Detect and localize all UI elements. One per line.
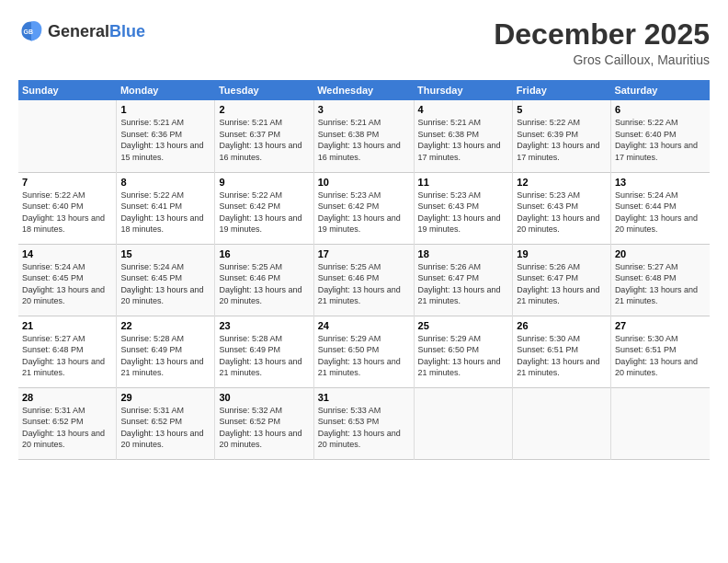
- calendar-cell: 21Sunrise: 5:27 AM Sunset: 6:48 PM Dayli…: [18, 316, 117, 387]
- calendar-cell: 6Sunrise: 5:22 AM Sunset: 6:40 PM Daylig…: [610, 100, 710, 172]
- calendar-cell: 18Sunrise: 5:26 AM Sunset: 6:47 PM Dayli…: [414, 244, 513, 316]
- day-number: 25: [418, 320, 509, 331]
- day-number: 23: [219, 320, 309, 331]
- calendar-cell: [414, 387, 513, 459]
- day-number: 1: [120, 104, 210, 115]
- day-detail: Sunrise: 5:30 AM Sunset: 6:51 PM Dayligh…: [615, 333, 706, 379]
- calendar-cell: 24Sunrise: 5:29 AM Sunset: 6:50 PM Dayli…: [313, 316, 414, 387]
- calendar-cell: [18, 100, 117, 172]
- day-number: 2: [219, 104, 309, 115]
- day-detail: Sunrise: 5:21 AM Sunset: 6:38 PM Dayligh…: [318, 117, 410, 163]
- weekday-header: Monday: [117, 80, 215, 100]
- day-detail: Sunrise: 5:25 AM Sunset: 6:46 PM Dayligh…: [219, 261, 309, 307]
- calendar-cell: 10Sunrise: 5:23 AM Sunset: 6:42 PM Dayli…: [313, 172, 414, 244]
- day-detail: Sunrise: 5:28 AM Sunset: 6:49 PM Dayligh…: [219, 333, 309, 379]
- calendar-cell: 31Sunrise: 5:33 AM Sunset: 6:53 PM Dayli…: [313, 387, 414, 459]
- day-detail: Sunrise: 5:30 AM Sunset: 6:51 PM Dayligh…: [517, 333, 607, 379]
- day-detail: Sunrise: 5:22 AM Sunset: 6:42 PM Dayligh…: [219, 190, 309, 236]
- day-detail: Sunrise: 5:25 AM Sunset: 6:46 PM Dayligh…: [318, 261, 410, 307]
- title-block: December 2025 Gros Cailloux, Mauritius: [494, 18, 710, 67]
- weekday-header-row: SundayMondayTuesdayWednesdayThursdayFrid…: [18, 80, 710, 100]
- calendar-cell: [610, 387, 710, 459]
- calendar-cell: 17Sunrise: 5:25 AM Sunset: 6:46 PM Dayli…: [313, 244, 414, 316]
- day-number: 31: [318, 392, 410, 403]
- day-number: 5: [517, 104, 607, 115]
- header: GB GeneralBlue December 2025 Gros Caillo…: [18, 18, 710, 67]
- day-detail: Sunrise: 5:23 AM Sunset: 6:43 PM Dayligh…: [517, 190, 607, 236]
- calendar-week-row: 7Sunrise: 5:22 AM Sunset: 6:40 PM Daylig…: [18, 172, 710, 244]
- day-number: 9: [219, 177, 309, 188]
- day-number: 28: [22, 392, 112, 403]
- page-container: GB GeneralBlue December 2025 Gros Caillo…: [0, 0, 728, 469]
- day-detail: Sunrise: 5:24 AM Sunset: 6:45 PM Dayligh…: [120, 261, 210, 307]
- day-detail: Sunrise: 5:28 AM Sunset: 6:49 PM Dayligh…: [120, 333, 210, 379]
- calendar-cell: 2Sunrise: 5:21 AM Sunset: 6:37 PM Daylig…: [215, 100, 313, 172]
- day-number: 4: [418, 104, 509, 115]
- logo-general: General: [48, 22, 109, 40]
- calendar-cell: 13Sunrise: 5:24 AM Sunset: 6:44 PM Dayli…: [610, 172, 710, 244]
- day-number: 12: [517, 177, 607, 188]
- calendar-cell: 26Sunrise: 5:30 AM Sunset: 6:51 PM Dayli…: [513, 316, 611, 387]
- calendar-cell: 25Sunrise: 5:29 AM Sunset: 6:50 PM Dayli…: [414, 316, 513, 387]
- day-detail: Sunrise: 5:21 AM Sunset: 6:36 PM Dayligh…: [120, 117, 210, 163]
- calendar-cell: 29Sunrise: 5:31 AM Sunset: 6:52 PM Dayli…: [117, 387, 215, 459]
- calendar-cell: [513, 387, 611, 459]
- calendar-cell: 22Sunrise: 5:28 AM Sunset: 6:49 PM Dayli…: [117, 316, 215, 387]
- calendar-cell: 14Sunrise: 5:24 AM Sunset: 6:45 PM Dayli…: [18, 244, 117, 316]
- calendar-cell: 4Sunrise: 5:21 AM Sunset: 6:38 PM Daylig…: [414, 100, 513, 172]
- day-detail: Sunrise: 5:22 AM Sunset: 6:40 PM Dayligh…: [615, 117, 706, 163]
- day-number: 21: [22, 320, 112, 331]
- calendar-week-row: 21Sunrise: 5:27 AM Sunset: 6:48 PM Dayli…: [18, 316, 710, 387]
- day-number: 16: [219, 248, 309, 259]
- calendar-cell: 8Sunrise: 5:22 AM Sunset: 6:41 PM Daylig…: [117, 172, 215, 244]
- logo-icon: GB: [18, 18, 44, 44]
- day-number: 13: [615, 177, 706, 188]
- day-detail: Sunrise: 5:27 AM Sunset: 6:48 PM Dayligh…: [615, 261, 706, 307]
- calendar-week-row: 28Sunrise: 5:31 AM Sunset: 6:52 PM Dayli…: [18, 387, 710, 459]
- day-number: 20: [615, 248, 706, 259]
- day-detail: Sunrise: 5:24 AM Sunset: 6:44 PM Dayligh…: [615, 190, 706, 236]
- day-number: 24: [318, 320, 410, 331]
- day-number: 29: [120, 392, 210, 403]
- svg-text:GB: GB: [24, 29, 33, 35]
- day-detail: Sunrise: 5:22 AM Sunset: 6:39 PM Dayligh…: [517, 117, 607, 163]
- day-number: 6: [615, 104, 706, 115]
- day-detail: Sunrise: 5:23 AM Sunset: 6:42 PM Dayligh…: [318, 190, 410, 236]
- day-detail: Sunrise: 5:26 AM Sunset: 6:47 PM Dayligh…: [517, 261, 607, 307]
- weekday-header: Tuesday: [215, 80, 313, 100]
- location-title: Gros Cailloux, Mauritius: [494, 52, 710, 67]
- day-detail: Sunrise: 5:26 AM Sunset: 6:47 PM Dayligh…: [418, 261, 509, 307]
- calendar-week-row: 14Sunrise: 5:24 AM Sunset: 6:45 PM Dayli…: [18, 244, 710, 316]
- day-number: 17: [318, 248, 410, 259]
- day-detail: Sunrise: 5:31 AM Sunset: 6:52 PM Dayligh…: [120, 405, 210, 451]
- day-number: 30: [219, 392, 309, 403]
- calendar-week-row: 1Sunrise: 5:21 AM Sunset: 6:36 PM Daylig…: [18, 100, 710, 172]
- day-detail: Sunrise: 5:21 AM Sunset: 6:37 PM Dayligh…: [219, 117, 309, 163]
- month-title: December 2025: [494, 18, 710, 51]
- day-detail: Sunrise: 5:32 AM Sunset: 6:52 PM Dayligh…: [219, 405, 309, 451]
- calendar-cell: 12Sunrise: 5:23 AM Sunset: 6:43 PM Dayli…: [513, 172, 611, 244]
- day-number: 8: [120, 177, 210, 188]
- day-number: 14: [22, 248, 112, 259]
- calendar-table: SundayMondayTuesdayWednesdayThursdayFrid…: [18, 80, 710, 460]
- calendar-cell: 19Sunrise: 5:26 AM Sunset: 6:47 PM Dayli…: [513, 244, 611, 316]
- calendar-cell: 30Sunrise: 5:32 AM Sunset: 6:52 PM Dayli…: [215, 387, 313, 459]
- day-detail: Sunrise: 5:22 AM Sunset: 6:40 PM Dayligh…: [22, 190, 112, 236]
- day-detail: Sunrise: 5:22 AM Sunset: 6:41 PM Dayligh…: [120, 190, 210, 236]
- calendar-cell: 5Sunrise: 5:22 AM Sunset: 6:39 PM Daylig…: [513, 100, 611, 172]
- day-number: 19: [517, 248, 607, 259]
- day-number: 7: [22, 177, 112, 188]
- weekday-header: Sunday: [18, 80, 117, 100]
- day-detail: Sunrise: 5:27 AM Sunset: 6:48 PM Dayligh…: [22, 333, 112, 379]
- day-number: 22: [120, 320, 210, 331]
- calendar-cell: 27Sunrise: 5:30 AM Sunset: 6:51 PM Dayli…: [610, 316, 710, 387]
- weekday-header: Wednesday: [313, 80, 414, 100]
- logo-text: GeneralBlue: [48, 22, 145, 41]
- day-number: 26: [517, 320, 607, 331]
- calendar-cell: 20Sunrise: 5:27 AM Sunset: 6:48 PM Dayli…: [610, 244, 710, 316]
- day-detail: Sunrise: 5:23 AM Sunset: 6:43 PM Dayligh…: [418, 190, 509, 236]
- day-number: 10: [318, 177, 410, 188]
- weekday-header: Friday: [513, 80, 611, 100]
- day-detail: Sunrise: 5:21 AM Sunset: 6:38 PM Dayligh…: [418, 117, 509, 163]
- day-number: 18: [418, 248, 509, 259]
